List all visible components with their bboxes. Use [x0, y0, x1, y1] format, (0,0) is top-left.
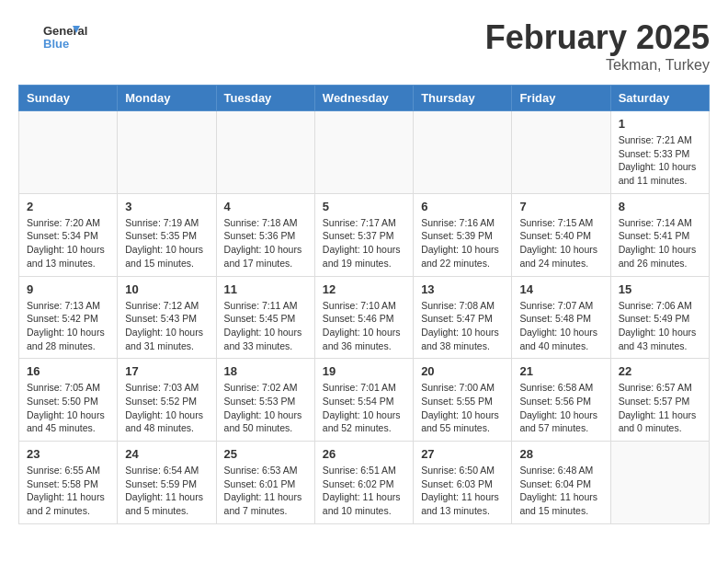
- day-number: 14: [519, 282, 602, 296]
- calendar-cell: 17Sunrise: 7:03 AMSunset: 5:52 PMDayligh…: [118, 359, 216, 442]
- day-info: Sunrise: 7:08 AMSunset: 5:47 PMDaylight:…: [421, 299, 504, 353]
- page-header: General Blue February 2025 Tekman, Turke…: [18, 18, 710, 74]
- calendar-cell: 2Sunrise: 7:20 AMSunset: 5:34 PMDaylight…: [19, 193, 118, 276]
- calendar-cell: 14Sunrise: 7:07 AMSunset: 5:48 PMDayligh…: [512, 276, 610, 359]
- calendar-table: SundayMondayTuesdayWednesdayThursdayFrid…: [18, 85, 710, 524]
- day-number: 20: [421, 364, 504, 378]
- weekday-header-saturday: Saturday: [610, 86, 709, 111]
- calendar-cell: 8Sunrise: 7:14 AMSunset: 5:41 PMDaylight…: [610, 193, 709, 276]
- day-number: 27: [421, 447, 504, 461]
- calendar-cell: 22Sunrise: 6:57 AMSunset: 5:57 PMDayligh…: [610, 359, 709, 442]
- day-number: 10: [125, 282, 208, 296]
- location-title: Tekman, Turkey: [485, 57, 710, 74]
- calendar-cell: [118, 111, 216, 194]
- calendar-cell: 19Sunrise: 7:01 AMSunset: 5:54 PMDayligh…: [314, 359, 413, 442]
- calendar-cell: 23Sunrise: 6:55 AMSunset: 5:58 PMDayligh…: [19, 442, 118, 524]
- svg-text:General: General: [43, 24, 87, 38]
- day-number: 11: [224, 282, 307, 296]
- day-number: 26: [323, 447, 405, 461]
- day-info: Sunrise: 7:11 AMSunset: 5:45 PMDaylight:…: [224, 299, 307, 353]
- day-number: 28: [519, 447, 602, 461]
- day-info: Sunrise: 7:06 AMSunset: 5:49 PMDaylight:…: [619, 299, 701, 353]
- day-info: Sunrise: 7:19 AMSunset: 5:35 PMDaylight:…: [125, 216, 208, 270]
- day-number: 2: [27, 200, 109, 213]
- calendar-cell: 7Sunrise: 7:15 AMSunset: 5:40 PMDaylight…: [512, 193, 610, 276]
- calendar-cell: [216, 111, 314, 194]
- day-number: 7: [519, 200, 602, 213]
- day-info: Sunrise: 6:53 AMSunset: 6:01 PMDaylight:…: [224, 464, 307, 518]
- day-number: 12: [323, 282, 405, 296]
- calendar-cell: 1Sunrise: 7:21 AMSunset: 5:33 PMDaylight…: [610, 111, 709, 194]
- calendar-cell: 5Sunrise: 7:17 AMSunset: 5:37 PMDaylight…: [314, 193, 413, 276]
- calendar-cell: 9Sunrise: 7:13 AMSunset: 5:42 PMDaylight…: [19, 276, 118, 359]
- calendar-cell: 15Sunrise: 7:06 AMSunset: 5:49 PMDayligh…: [610, 276, 709, 359]
- calendar-cell: 27Sunrise: 6:50 AMSunset: 6:03 PMDayligh…: [414, 442, 512, 524]
- day-number: 15: [619, 282, 701, 296]
- day-info: Sunrise: 7:13 AMSunset: 5:42 PMDaylight:…: [27, 299, 109, 353]
- day-number: 3: [125, 200, 208, 213]
- calendar-cell: 20Sunrise: 7:00 AMSunset: 5:55 PMDayligh…: [414, 359, 512, 442]
- calendar-cell: [19, 111, 118, 194]
- day-number: 22: [619, 364, 701, 378]
- calendar-cell: [512, 111, 610, 194]
- day-info: Sunrise: 6:48 AMSunset: 6:04 PMDaylight:…: [519, 464, 602, 518]
- day-info: Sunrise: 6:55 AMSunset: 5:58 PMDaylight:…: [27, 464, 109, 518]
- day-number: 4: [224, 200, 307, 213]
- day-info: Sunrise: 7:12 AMSunset: 5:43 PMDaylight:…: [125, 299, 208, 353]
- day-number: 25: [224, 447, 307, 461]
- calendar-cell: 21Sunrise: 6:58 AMSunset: 5:56 PMDayligh…: [512, 359, 610, 442]
- day-info: Sunrise: 6:58 AMSunset: 5:56 PMDaylight:…: [519, 381, 602, 435]
- weekday-header-tuesday: Tuesday: [216, 86, 314, 111]
- calendar-week-4: 16Sunrise: 7:05 AMSunset: 5:50 PMDayligh…: [19, 359, 710, 442]
- svg-text:Blue: Blue: [43, 37, 69, 51]
- day-info: Sunrise: 6:54 AMSunset: 5:59 PMDaylight:…: [125, 464, 208, 518]
- day-info: Sunrise: 7:02 AMSunset: 5:53 PMDaylight:…: [224, 381, 307, 435]
- calendar-cell: 28Sunrise: 6:48 AMSunset: 6:04 PMDayligh…: [512, 442, 610, 524]
- weekday-header-wednesday: Wednesday: [314, 86, 413, 111]
- calendar-cell: 10Sunrise: 7:12 AMSunset: 5:43 PMDayligh…: [118, 276, 216, 359]
- calendar-cell: 24Sunrise: 6:54 AMSunset: 5:59 PMDayligh…: [118, 442, 216, 524]
- day-number: 1: [619, 117, 701, 131]
- day-info: Sunrise: 7:18 AMSunset: 5:36 PMDaylight:…: [224, 216, 307, 270]
- day-info: Sunrise: 7:21 AMSunset: 5:33 PMDaylight:…: [619, 133, 701, 188]
- weekday-header-monday: Monday: [118, 86, 216, 111]
- calendar-cell: [610, 442, 709, 524]
- day-info: Sunrise: 7:05 AMSunset: 5:50 PMDaylight:…: [27, 381, 109, 435]
- day-info: Sunrise: 7:10 AMSunset: 5:46 PMDaylight:…: [323, 299, 405, 353]
- calendar-week-3: 9Sunrise: 7:13 AMSunset: 5:42 PMDaylight…: [19, 276, 710, 359]
- month-title: February 2025: [485, 18, 710, 57]
- weekday-header-friday: Friday: [512, 86, 610, 111]
- calendar-cell: 11Sunrise: 7:11 AMSunset: 5:45 PMDayligh…: [216, 276, 314, 359]
- weekday-header-sunday: Sunday: [19, 86, 118, 111]
- day-number: 16: [27, 364, 109, 378]
- calendar-cell: 16Sunrise: 7:05 AMSunset: 5:50 PMDayligh…: [19, 359, 118, 442]
- calendar-week-5: 23Sunrise: 6:55 AMSunset: 5:58 PMDayligh…: [19, 442, 710, 524]
- calendar-cell: [414, 111, 512, 194]
- logo-icon: General Blue: [18, 18, 101, 55]
- weekday-header-row: SundayMondayTuesdayWednesdayThursdayFrid…: [19, 86, 710, 111]
- calendar-cell: 18Sunrise: 7:02 AMSunset: 5:53 PMDayligh…: [216, 359, 314, 442]
- calendar-cell: 25Sunrise: 6:53 AMSunset: 6:01 PMDayligh…: [216, 442, 314, 524]
- day-number: 9: [27, 282, 109, 296]
- calendar-cell: 3Sunrise: 7:19 AMSunset: 5:35 PMDaylight…: [118, 193, 216, 276]
- day-info: Sunrise: 7:03 AMSunset: 5:52 PMDaylight:…: [125, 381, 208, 435]
- calendar-week-2: 2Sunrise: 7:20 AMSunset: 5:34 PMDaylight…: [19, 193, 710, 276]
- day-number: 8: [619, 200, 701, 213]
- day-number: 5: [323, 200, 405, 213]
- day-number: 19: [323, 364, 405, 378]
- day-info: Sunrise: 6:50 AMSunset: 6:03 PMDaylight:…: [421, 464, 504, 518]
- day-info: Sunrise: 6:57 AMSunset: 5:57 PMDaylight:…: [619, 381, 701, 435]
- day-info: Sunrise: 7:16 AMSunset: 5:39 PMDaylight:…: [421, 216, 504, 270]
- calendar-cell: 12Sunrise: 7:10 AMSunset: 5:46 PMDayligh…: [314, 276, 413, 359]
- calendar-cell: [314, 111, 413, 194]
- calendar-cell: 4Sunrise: 7:18 AMSunset: 5:36 PMDaylight…: [216, 193, 314, 276]
- calendar-cell: 6Sunrise: 7:16 AMSunset: 5:39 PMDaylight…: [414, 193, 512, 276]
- title-block: February 2025 Tekman, Turkey: [485, 18, 710, 74]
- day-number: 21: [519, 364, 602, 378]
- day-number: 18: [224, 364, 307, 378]
- calendar-week-1: 1Sunrise: 7:21 AMSunset: 5:33 PMDaylight…: [19, 111, 710, 194]
- calendar-cell: 13Sunrise: 7:08 AMSunset: 5:47 PMDayligh…: [414, 276, 512, 359]
- day-info: Sunrise: 7:00 AMSunset: 5:55 PMDaylight:…: [421, 381, 504, 435]
- logo: General Blue: [18, 18, 101, 55]
- day-number: 13: [421, 282, 504, 296]
